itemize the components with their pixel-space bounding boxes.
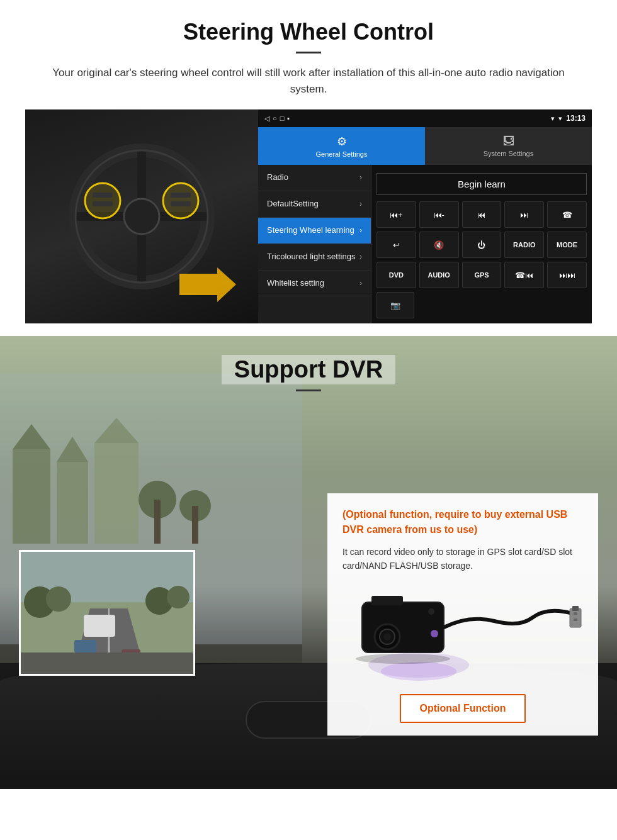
mode-button[interactable]: MODE [547, 232, 587, 258]
dvr-preview-inner [21, 552, 193, 674]
dvr-preview-image [19, 550, 195, 676]
svg-rect-9 [171, 193, 191, 198]
dvd-button[interactable]: DVD [376, 262, 416, 288]
menu-steering-label: Steering Wheel learning [267, 225, 354, 236]
menu-tricolour-label: Tricoloured light settings [267, 252, 355, 262]
wifi-icon: ▾ [558, 115, 562, 123]
dvr-section: Support DVR [0, 336, 617, 789]
signal-icon: ▾ [551, 115, 555, 123]
android-content: Radio › DefaultSetting › Steering Wheel … [258, 165, 592, 323]
prev-track-button[interactable]: ⏮ [462, 201, 502, 228]
svg-point-33 [167, 586, 190, 608]
control-row-4: 📷 [376, 292, 587, 318]
tab-system-settings[interactable]: ⛾ System Settings [425, 127, 592, 165]
arrow-icon [179, 267, 236, 302]
mute-button[interactable]: 🔇 [419, 232, 459, 258]
chevron-icon: › [359, 199, 362, 208]
tab-general-settings[interactable]: ⚙ General Settings [258, 127, 425, 165]
statusbar-time: 13:13 [566, 114, 586, 123]
chevron-icon: › [359, 252, 362, 261]
camera-button[interactable]: 📷 [376, 292, 414, 318]
chevron-icon: › [359, 279, 362, 288]
control-row-3: DVD AUDIO GPS ☎⏮ ⏭⏭ [376, 262, 587, 288]
dvr-title: Support DVR [222, 355, 395, 384]
status-right: ▾ ▾ 13:13 [551, 114, 586, 123]
audio-button[interactable]: AUDIO [419, 262, 459, 288]
dvr-title-area: Support DVR [0, 336, 617, 398]
svg-point-3 [124, 199, 159, 234]
svg-point-31 [46, 586, 71, 612]
svg-rect-8 [93, 201, 113, 206]
android-tabs: ⚙ General Settings ⛾ System Settings [258, 127, 592, 165]
dvr-preview-svg [21, 552, 195, 676]
menu-item-radio[interactable]: Radio › [258, 165, 371, 191]
svg-point-5 [85, 183, 120, 218]
steering-photo [25, 109, 258, 323]
svg-rect-52 [574, 612, 577, 615]
svg-rect-13 [13, 449, 50, 544]
android-statusbar: ◁ ○ □ ▪ ▾ ▾ 13:13 [258, 109, 592, 127]
menu-item-tricoloured[interactable]: Tricoloured light settings › [258, 244, 371, 271]
menu-item-defaultsetting[interactable]: DefaultSetting › [258, 191, 371, 218]
svg-point-6 [163, 183, 198, 218]
optional-function-button[interactable]: Optional Function [400, 694, 526, 723]
svg-rect-51 [572, 606, 579, 611]
svg-rect-44 [371, 596, 403, 605]
svg-point-47 [383, 633, 391, 641]
svg-point-48 [428, 608, 434, 615]
svg-rect-53 [574, 619, 577, 621]
chevron-icon: › [359, 226, 362, 235]
menu-item-whitelist[interactable]: Whitelist setting › [258, 271, 371, 297]
begin-learn-button[interactable]: Begin learn [376, 173, 587, 195]
gear-icon: ⚙ [337, 135, 347, 148]
begin-learn-area: Begin learn [376, 170, 587, 198]
svg-rect-15 [57, 462, 88, 544]
power-button[interactable]: ⏻ [462, 232, 502, 258]
svg-rect-20 [154, 500, 161, 544]
dvr-divider [296, 389, 321, 391]
phone-prev-button[interactable]: ☎⏮ [504, 262, 544, 288]
android-menu: Radio › DefaultSetting › Steering Wheel … [258, 165, 371, 323]
svg-marker-11 [179, 267, 236, 302]
radio-button[interactable]: RADIO [504, 232, 544, 258]
svg-point-41 [381, 662, 456, 681]
svg-point-54 [356, 654, 450, 664]
vol-up-button[interactable]: ⏮+ [376, 201, 416, 228]
system-icon: ⛾ [503, 135, 514, 148]
menu-default-label: DefaultSetting [267, 199, 319, 210]
svg-rect-22 [192, 506, 198, 544]
steering-section: Steering Wheel Control Your original car… [0, 0, 617, 336]
svg-point-49 [431, 630, 438, 637]
phone-button[interactable]: ☎ [547, 201, 587, 228]
tab-general-label: General Settings [316, 150, 368, 158]
svg-rect-17 [94, 443, 139, 544]
dvr-info-card: (Optional function, require to buy exter… [327, 493, 598, 736]
svg-rect-50 [570, 608, 581, 627]
svg-rect-39 [21, 652, 195, 676]
menu-radio-label: Radio [267, 172, 288, 183]
svg-rect-10 [171, 201, 191, 206]
svg-rect-38 [84, 615, 115, 637]
next-track-button[interactable]: ⏭ [504, 201, 544, 228]
control-row-2: ↩ 🔇 ⏻ RADIO MODE [376, 232, 587, 258]
title-divider [296, 52, 321, 53]
vol-down-button[interactable]: ⏮- [419, 201, 459, 228]
dvr-optional-text: (Optional function, require to buy exter… [342, 507, 583, 537]
menu-whitelist-label: Whitelist setting [267, 278, 324, 289]
steering-title: Steering Wheel Control [25, 19, 592, 45]
gps-button[interactable]: GPS [462, 262, 502, 288]
android-right-panel: Begin learn ⏮+ ⏮- ⏮ [371, 165, 592, 323]
menu-item-steering[interactable]: Steering Wheel learning › [258, 218, 371, 244]
svg-rect-36 [74, 640, 96, 652]
dvr-camera-svg [343, 583, 582, 684]
camera-icon: 📷 [390, 301, 400, 310]
hangup-button[interactable]: ↩ [376, 232, 416, 258]
dvr-camera-image [342, 583, 583, 684]
skip-button[interactable]: ⏭⏭ [547, 262, 587, 288]
steering-composite: ◁ ○ □ ▪ ▾ ▾ 13:13 ⚙ General Settings [25, 109, 592, 323]
dvr-description: It can record video only to storage in G… [342, 545, 583, 573]
svg-rect-7 [93, 193, 113, 198]
nav-icons: ◁ ○ □ ▪ [264, 115, 290, 123]
steering-subtitle: Your original car's steering wheel contr… [50, 65, 567, 97]
control-row-1: ⏮+ ⏮- ⏮ ⏭ ☎ [376, 201, 587, 228]
